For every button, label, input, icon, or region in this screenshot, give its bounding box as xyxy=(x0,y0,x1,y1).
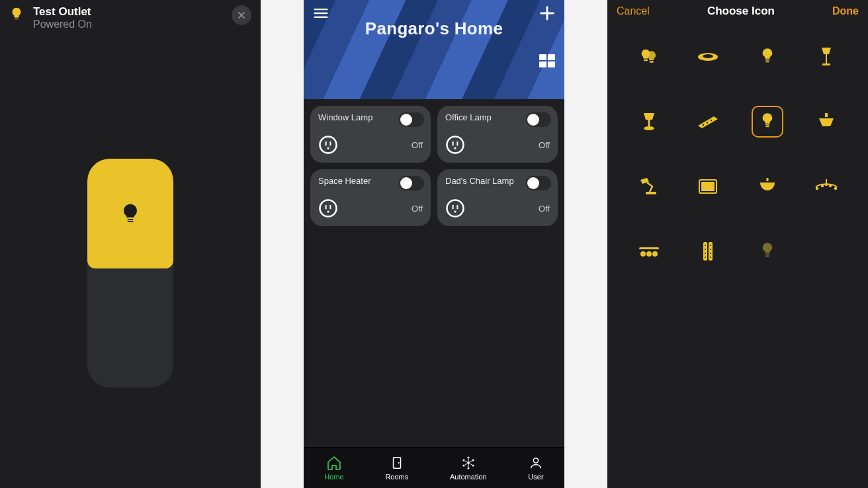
toggle-knob xyxy=(400,177,412,189)
table-lamp-icon[interactable] xyxy=(633,106,665,138)
svg-point-19 xyxy=(454,210,456,212)
tab-automation[interactable]: Automation xyxy=(450,455,487,481)
svg-rect-14 xyxy=(329,205,331,209)
accessory-tile[interactable]: Office Lamp Off xyxy=(437,106,558,163)
outlet-icon xyxy=(445,198,465,218)
svg-rect-70 xyxy=(765,254,769,255)
accessory-tile[interactable]: Dad's Chair Lamp Off xyxy=(437,169,558,226)
svg-point-59 xyxy=(652,251,658,257)
svg-rect-31 xyxy=(649,61,653,63)
svg-point-58 xyxy=(646,251,652,257)
lightbulb-icon xyxy=(9,7,24,21)
modal-title: Choose Icon xyxy=(707,5,775,18)
pendant-icon[interactable] xyxy=(752,171,783,202)
accessory-tiles: Window Lamp Off Office Lamp Off Space He… xyxy=(304,99,564,233)
svg-rect-56 xyxy=(639,247,659,249)
svg-point-27 xyxy=(462,464,464,466)
power-toggle[interactable] xyxy=(399,112,424,127)
svg-point-40 xyxy=(703,124,704,126)
chandelier-icon[interactable] xyxy=(810,171,842,202)
svg-rect-36 xyxy=(826,54,827,63)
svg-rect-6 xyxy=(329,142,331,145)
svg-rect-9 xyxy=(453,142,454,145)
svg-point-8 xyxy=(447,137,464,153)
done-button[interactable]: Done xyxy=(832,5,859,17)
power-toggle[interactable] xyxy=(526,176,551,190)
device-status: Powered On xyxy=(33,19,222,30)
lightbulb-icon xyxy=(119,202,142,225)
power-toggle[interactable] xyxy=(399,176,424,190)
svg-rect-2 xyxy=(539,61,546,67)
cancel-button[interactable]: Cancel xyxy=(617,5,650,17)
svg-point-52 xyxy=(821,184,824,187)
home-icon xyxy=(326,455,343,471)
svg-rect-18 xyxy=(456,205,458,209)
track-lights-icon[interactable] xyxy=(633,235,665,267)
accessory-tile[interactable]: Window Lamp Off xyxy=(310,106,431,163)
svg-rect-10 xyxy=(456,142,458,145)
door-icon xyxy=(390,455,404,471)
screen-accessory-detail: Test Outlet Powered On xyxy=(0,0,261,488)
svg-point-4 xyxy=(320,137,337,153)
svg-rect-71 xyxy=(765,255,769,257)
ceiling-round-icon[interactable] xyxy=(810,106,842,138)
home-name: Pangaro's Home xyxy=(304,19,564,39)
svg-point-63 xyxy=(705,249,706,250)
svg-rect-49 xyxy=(766,178,768,181)
tab-label: Home xyxy=(324,473,343,481)
svg-point-33 xyxy=(703,54,713,58)
svg-point-68 xyxy=(710,253,711,254)
outlet-icon xyxy=(318,135,338,155)
close-icon xyxy=(237,11,246,20)
light-panel-icon[interactable] xyxy=(692,171,724,202)
floor-lamp-icon[interactable] xyxy=(810,41,842,73)
svg-point-11 xyxy=(454,147,456,149)
svg-point-51 xyxy=(816,187,818,190)
tile-state: Off xyxy=(412,140,423,150)
svg-point-54 xyxy=(829,184,832,187)
svg-point-7 xyxy=(327,147,329,149)
light-bar-icon[interactable] xyxy=(692,235,724,267)
toggle-knob xyxy=(527,177,539,189)
tab-rooms[interactable]: Rooms xyxy=(385,455,408,481)
brightness-slider[interactable] xyxy=(87,159,173,387)
light-strip-icon[interactable] xyxy=(692,106,724,138)
svg-point-28 xyxy=(472,464,474,466)
disc-light-icon[interactable] xyxy=(692,41,724,73)
bulb-dim-icon[interactable] xyxy=(752,235,783,267)
svg-point-65 xyxy=(705,257,706,258)
svg-point-39 xyxy=(644,126,654,130)
power-toggle[interactable] xyxy=(526,112,551,127)
tab-home[interactable]: Home xyxy=(324,455,343,481)
svg-rect-44 xyxy=(765,126,769,127)
bulb-pair-icon[interactable] xyxy=(633,41,665,73)
svg-point-25 xyxy=(462,459,464,461)
grid-icon xyxy=(539,54,555,67)
device-name: Test Outlet xyxy=(33,5,222,19)
tile-state: Off xyxy=(412,204,423,214)
bulb-outline-icon[interactable] xyxy=(752,106,783,138)
outlet-icon xyxy=(318,198,338,218)
modal-header: Cancel Choose Icon Done xyxy=(607,0,868,22)
screen-choose-icon: Cancel Choose Icon Done xyxy=(607,0,868,488)
layout-toggle-button[interactable] xyxy=(539,54,555,67)
svg-rect-0 xyxy=(539,54,546,60)
svg-rect-35 xyxy=(765,61,769,62)
accessory-tile[interactable]: Space Heater Off xyxy=(310,169,431,226)
tile-state: Off xyxy=(539,204,550,214)
svg-point-69 xyxy=(710,257,711,258)
bulb-icon[interactable] xyxy=(752,41,783,73)
automation-icon xyxy=(460,455,477,471)
svg-point-64 xyxy=(705,253,706,254)
svg-rect-48 xyxy=(701,182,715,191)
svg-point-24 xyxy=(467,467,469,469)
tab-user[interactable]: User xyxy=(528,455,543,481)
tab-bar: Home Rooms Automation User xyxy=(304,447,564,488)
tile-state: Off xyxy=(539,140,550,150)
svg-point-42 xyxy=(711,120,712,121)
svg-rect-1 xyxy=(548,54,555,60)
desk-lamp-icon[interactable] xyxy=(633,171,665,202)
toggle-knob xyxy=(527,114,539,126)
close-button[interactable] xyxy=(232,5,251,25)
user-icon xyxy=(529,455,543,471)
